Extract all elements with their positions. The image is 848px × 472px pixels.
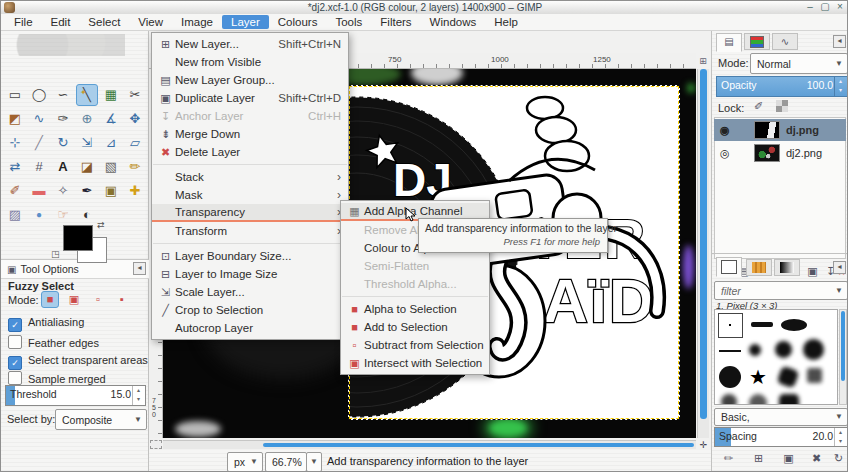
layer-row-dj2[interactable]: ◎ dj2.png	[714, 142, 846, 164]
tool-rectangle-select[interactable]: ▭	[4, 84, 26, 106]
brush-item[interactable]	[749, 344, 761, 356]
horizontal-scrollbar-thumb[interactable]	[263, 443, 694, 447]
mode-subtract-button[interactable]: ▫	[89, 291, 107, 308]
brush-item[interactable]	[779, 394, 799, 405]
feather-edges-checkbox-row[interactable]: Feather edges	[8, 335, 99, 349]
panel-menu-icon[interactable]: ◂	[833, 261, 846, 274]
menu-item-crop-to-selection[interactable]: ╱Crop to Selection	[152, 301, 348, 319]
tool-move[interactable]: ✥	[124, 108, 146, 130]
titlebar[interactable]: *dj2.xcf-1.0 (RGB colour, 2 layers) 1400…	[1, 1, 848, 15]
edit-brush-button[interactable]: ✏	[720, 450, 737, 466]
menu-item-scale-layer[interactable]: ⇲Scale Layer...	[152, 283, 348, 301]
tool-dodge-burn[interactable]: ◐	[76, 204, 98, 226]
menu-item-layer-boundary-size[interactable]: ⊡Layer Boundary Size...	[152, 247, 348, 265]
quick-mask-toggle[interactable]	[150, 440, 162, 449]
submenu-item-alpha-to-selection[interactable]: ■Alpha to Selection	[341, 300, 489, 318]
tool-paintbrush[interactable]: ✐	[4, 180, 26, 202]
menu-layer[interactable]: Layer	[222, 15, 269, 29]
menu-colours[interactable]: Colours	[269, 15, 327, 29]
panel-menu-icon[interactable]: ◂	[133, 262, 146, 275]
mode-intersect-button[interactable]: ▪	[113, 291, 131, 308]
tool-ellipse-select[interactable]: ◯	[28, 84, 50, 106]
tool-gradient[interactable]: ▧	[100, 156, 122, 178]
tool-ink[interactable]: ✒	[76, 180, 98, 202]
panel-menu-icon[interactable]: ◂	[833, 35, 846, 48]
brush-scrollbar-thumb[interactable]	[841, 311, 845, 381]
close-button[interactable]: ×	[833, 1, 847, 14]
tab-brushes[interactable]	[716, 257, 742, 277]
spacing-spinner[interactable]: ▴▾	[834, 428, 846, 446]
sample-merged-checkbox-row[interactable]: Sample merged	[8, 371, 106, 385]
lock-alpha-icon[interactable]	[776, 100, 788, 112]
menu-item-layer-to-image-size[interactable]: ⊟Layer to Image Size	[152, 265, 348, 283]
brush-filter-input[interactable]: filter▼	[714, 281, 848, 300]
brush-item[interactable]	[807, 368, 822, 383]
duplicate-layer-button[interactable]: ▣	[804, 263, 821, 279]
brush-item[interactable]	[781, 319, 807, 331]
submenu-item-semi-flatten[interactable]: Semi-Flatten	[341, 257, 489, 275]
tab-channels[interactable]	[744, 33, 770, 50]
tool-align[interactable]: ⊹	[4, 132, 26, 154]
zoom-follow-window-icon[interactable]: ⊞	[697, 53, 709, 69]
menu-item-autocrop-layer[interactable]: Autocrop Layer	[152, 319, 348, 337]
menu-edit[interactable]: Edit	[42, 15, 80, 29]
brush-item[interactable]	[776, 365, 799, 388]
menu-item-duplicate-layer[interactable]: ▣Duplicate LayerShift+Ctrl+D	[152, 89, 348, 107]
menu-image[interactable]: Image	[172, 15, 222, 29]
menu-windows[interactable]: Windows	[421, 15, 486, 29]
eye-icon[interactable]: ◉	[720, 119, 730, 141]
menu-tools[interactable]: Tools	[326, 15, 371, 29]
tool-rotate[interactable]: ↻	[52, 132, 74, 154]
tab-layers[interactable]: ▤	[716, 33, 742, 52]
brush-item[interactable]	[803, 339, 824, 360]
menu-filters[interactable]: Filters	[371, 15, 420, 29]
tool-perspective[interactable]: ▱	[124, 132, 146, 154]
tool-scale[interactable]: ⇲	[76, 132, 98, 154]
brush-item-star[interactable]: ★	[749, 367, 767, 387]
mode-replace-button[interactable]: ■	[41, 291, 59, 308]
brush-item[interactable]	[719, 350, 741, 352]
brush-item[interactable]	[751, 322, 773, 327]
tool-zoom[interactable]: ⊕	[76, 108, 98, 130]
tool-select-by-colour[interactable]: ▦	[100, 84, 122, 106]
menu-item-transparency[interactable]: Transparency›	[152, 204, 348, 222]
tool-free-select[interactable]: ∽	[52, 84, 74, 106]
submenu-item-intersect-with-selection[interactable]: ▣Intersect with Selection	[341, 354, 489, 372]
menu-item-delete-layer[interactable]: ✖Delete Layer	[152, 143, 348, 161]
spacing-slider[interactable]: Spacing 20.0 ▴▾	[714, 427, 848, 447]
submenu-item-threshold-alpha[interactable]: Threshold Alpha...	[341, 275, 489, 293]
tab-paths[interactable]: ∿	[772, 33, 798, 50]
brush-tag-dropdown[interactable]: Basic,▼	[714, 408, 848, 426]
tool-eraser[interactable]: ▬	[28, 180, 50, 202]
delete-brush-button[interactable]: ✖	[808, 450, 825, 466]
horizontal-scrollbar[interactable]	[163, 440, 696, 449]
tool-clone[interactable]: ▣	[100, 180, 122, 202]
tool-text[interactable]: A	[52, 156, 74, 178]
refresh-brushes-button[interactable]: ↻	[830, 450, 847, 466]
eye-icon[interactable]: ◎	[720, 142, 730, 164]
tool-perspective-clone[interactable]: ▨	[4, 204, 26, 226]
menu-item-mask[interactable]: Mask›	[152, 186, 348, 204]
tool-scissors-select[interactable]: ✂	[124, 84, 146, 106]
menu-item-stack[interactable]: Stack›	[152, 168, 348, 186]
threshold-spinner[interactable]: ▴▾	[132, 386, 144, 405]
opacity-slider[interactable]: Opacity 100.0 ▴▾	[716, 76, 848, 97]
select-transparent-checkbox-row[interactable]: ✓Select transparent areas	[8, 353, 148, 367]
new-brush-button[interactable]: ⊞	[750, 450, 767, 466]
threshold-slider[interactable]: Threshold 15.0 ▴▾	[5, 385, 146, 406]
swap-colours-icon[interactable]: ⇄	[97, 220, 105, 230]
menu-item-merge-down[interactable]: ⇟Merge Down	[152, 125, 348, 143]
menu-item-new-layer[interactable]: ⊞New Layer...Shift+Ctrl+N	[152, 35, 348, 53]
zoom-value-box[interactable]: 66.7%	[265, 452, 307, 472]
tool-options-header[interactable]: ▣Tool Options ◂	[1, 259, 149, 279]
mode-add-button[interactable]: ▣	[65, 291, 83, 308]
vertical-scrollbar[interactable]	[697, 69, 709, 438]
layer-mode-dropdown[interactable]: Normal▼	[750, 53, 848, 74]
foreground-colour-swatch[interactable]	[63, 225, 93, 251]
tool-flip[interactable]: ⇄	[4, 156, 26, 178]
select-by-dropdown[interactable]: Composite▼	[55, 409, 147, 430]
tool-colour-picker[interactable]: ✑	[52, 108, 74, 130]
lock-pixels-icon[interactable]: ✐	[754, 100, 763, 113]
menu-view[interactable]: View	[129, 15, 172, 29]
submenu-item-subtract-from-selection[interactable]: ▫Subtract from Selection	[341, 336, 489, 354]
